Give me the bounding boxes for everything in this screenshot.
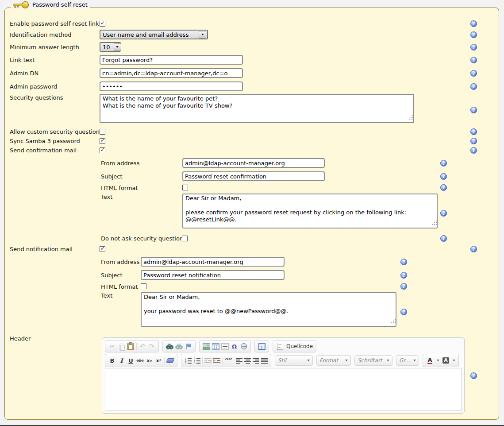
help-icon-header[interactable] [470, 372, 477, 379]
align-justify-icon[interactable] [261, 357, 268, 364]
maximize-icon[interactable] [258, 343, 265, 350]
toolbar-separator [164, 357, 165, 364]
select-arrow-icon [114, 43, 121, 51]
sync-samba-checkbox[interactable] [100, 138, 105, 144]
horizontal-rule-icon[interactable] [221, 343, 229, 350]
find-icon[interactable] [166, 343, 173, 349]
help-icon-admin-dn[interactable] [470, 70, 477, 77]
special-char-icon[interactable] [231, 343, 238, 350]
align-right-icon[interactable] [253, 357, 259, 364]
image-icon[interactable] [203, 343, 210, 350]
cut-icon[interactable] [108, 343, 116, 350]
help-icon-sync-samba[interactable] [470, 138, 477, 144]
help-icon-send-confirmation[interactable] [470, 147, 477, 154]
source-doc-glyph [277, 343, 283, 350]
font-dropdown[interactable]: Schriftart [354, 355, 392, 366]
bold-icon[interactable] [108, 357, 116, 364]
help-icon-no-security-question[interactable] [440, 235, 447, 242]
no-security-question-checkbox[interactable] [182, 236, 188, 241]
admin-dn-input[interactable] [100, 68, 243, 78]
confirmation-from-input[interactable] [182, 158, 325, 168]
admin-password-label: Admin password [10, 83, 57, 90]
chevron-down-icon [307, 360, 310, 361]
help-icon-confirmation-text[interactable] [440, 210, 447, 217]
copy-icon[interactable] [118, 343, 125, 350]
spellcheck-flag-icon[interactable] [185, 343, 192, 350]
help-icon-confirmation-subject[interactable] [440, 173, 447, 180]
notification-html-checkbox[interactable] [141, 283, 146, 289]
help-icon-confirmation-from[interactable] [440, 160, 447, 167]
resize-grip-icon[interactable] [432, 224, 433, 225]
strikethrough-icon[interactable] [136, 357, 144, 364]
background-color-icon [442, 357, 450, 364]
help-icon-notification-from[interactable] [400, 259, 407, 265]
background-color-button[interactable] [442, 357, 455, 364]
help-icon-link-text[interactable] [470, 57, 477, 63]
notification-text-textarea[interactable]: Dear Sir or Madam, your password was res… [141, 292, 396, 327]
link-text-input[interactable] [100, 55, 243, 65]
sync-samba-label: Sync Samba 3 password [10, 138, 80, 145]
outdent-icon[interactable] [204, 357, 212, 364]
italic-icon[interactable] [118, 357, 125, 364]
help-icon-admin-password[interactable] [470, 83, 477, 90]
confirmation-text-textarea[interactable]: Dear Sir or Madam, please confirm your p… [182, 194, 438, 228]
replace-icon[interactable] [175, 343, 183, 349]
align-center-icon[interactable] [244, 357, 251, 364]
table-icon[interactable] [212, 343, 219, 350]
undo-icon[interactable] [139, 343, 146, 350]
notification-subject-input[interactable] [141, 270, 285, 280]
notification-from-input[interactable] [141, 257, 285, 267]
image-glyph [203, 343, 210, 350]
send-notification-checkbox[interactable] [100, 246, 105, 252]
confirmation-html-checkbox[interactable] [182, 185, 188, 190]
subscript-icon[interactable] [146, 357, 153, 364]
allow-custom-checkbox[interactable] [100, 129, 105, 135]
editor-content-area[interactable] [105, 368, 462, 411]
admin-password-input[interactable] [100, 81, 243, 91]
security-questions-textarea[interactable]: What is the name of your favourite pet? … [100, 94, 414, 123]
superscript-icon[interactable] [155, 357, 162, 364]
confirmation-html-label: HTML format [101, 185, 138, 192]
styles-dropdown[interactable]: Stil [275, 355, 313, 366]
resize-grip-icon[interactable] [391, 322, 392, 323]
enable-checkbox[interactable] [100, 21, 105, 27]
identification-value: User name and email address [103, 31, 189, 38]
bullet-list-icon[interactable] [193, 357, 200, 364]
source-icon [276, 343, 284, 350]
text-color-button[interactable] [426, 357, 439, 364]
help-icon-min-answer[interactable] [470, 44, 477, 50]
no-security-question-label: Do not ask security question [101, 235, 183, 242]
remove-format-icon[interactable] [166, 357, 174, 364]
help-icon-security-questions[interactable] [470, 107, 477, 113]
toolbar-separator [202, 357, 203, 364]
numbered-list-icon[interactable] [185, 357, 192, 364]
help-icon-confirmation-html[interactable] [440, 184, 447, 191]
blockquote-icon[interactable] [224, 357, 232, 364]
align-left-icon[interactable] [236, 357, 242, 364]
enable-label: Enable password self reset link [10, 20, 99, 27]
font-size-dropdown[interactable]: Gr... [396, 355, 419, 366]
toolbar-separator [222, 357, 223, 364]
help-icon-notification-text[interactable] [400, 309, 407, 315]
send-confirmation-label: Send confirmation mail [10, 147, 77, 154]
help-icon-enable[interactable] [470, 20, 477, 27]
indent-icon[interactable] [213, 357, 220, 364]
help-icon-identification[interactable] [470, 31, 477, 38]
redo-icon[interactable] [148, 343, 155, 350]
help-icon-notification-subject[interactable] [400, 272, 407, 279]
send-confirmation-checkbox[interactable] [100, 147, 105, 153]
min-answer-select[interactable]: 10 [100, 42, 121, 52]
help-icon-notification-html[interactable] [400, 283, 407, 290]
paste-icon[interactable] [127, 343, 135, 350]
password-self-reset-page: Password self reset Enable password self… [0, 0, 504, 426]
help-icon-allow-custom[interactable] [470, 128, 477, 135]
iframe-globe-icon[interactable] [240, 343, 247, 350]
resize-grip-icon[interactable] [409, 119, 410, 120]
editor-toolbar-row1: Quellcode [105, 340, 462, 352]
underline-icon[interactable] [127, 357, 135, 364]
confirmation-subject-input[interactable] [182, 171, 325, 181]
source-button[interactable]: Quellcode [273, 340, 316, 352]
help-icon-send-notification[interactable] [470, 246, 477, 252]
identification-select[interactable]: User name and email address [100, 30, 208, 39]
format-dropdown[interactable]: Format [316, 355, 351, 366]
